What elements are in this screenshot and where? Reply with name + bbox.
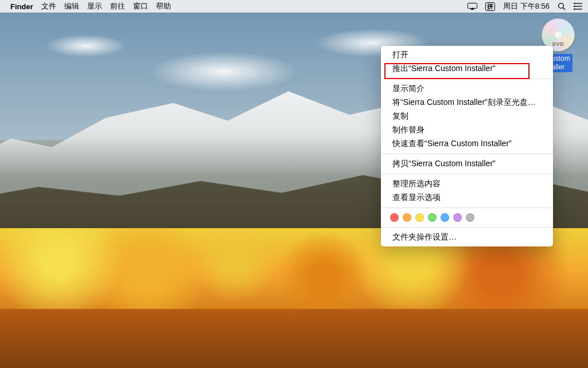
- ctx-get-info[interactable]: 显示简介: [381, 82, 553, 96]
- menubar: Finder 文件 编辑 显示 前往 窗口 帮助 拼 周日 下午8:56: [0, 0, 588, 13]
- wallpaper-cloud: [46, 34, 126, 57]
- menu-edit[interactable]: 编辑: [64, 1, 79, 11]
- context-menu: 打开 推出“Sierra Custom Installer” 显示简介 将“Si…: [381, 46, 553, 246]
- svg-line-2: [563, 7, 565, 10]
- tag-gray[interactable]: [466, 213, 474, 222]
- menu-window[interactable]: 窗口: [133, 1, 148, 11]
- ctx-open[interactable]: 打开: [381, 48, 553, 62]
- tag-orange[interactable]: [403, 213, 411, 222]
- tag-purple[interactable]: [453, 213, 462, 222]
- ctx-eject[interactable]: 推出“Sierra Custom Installer”: [381, 62, 553, 76]
- ctx-tag-colors: [381, 211, 553, 224]
- input-method-indicator[interactable]: 拼: [485, 2, 495, 11]
- svg-point-1: [559, 3, 564, 9]
- dvd-brand-label: DVD: [552, 41, 564, 47]
- ctx-quick-look[interactable]: 快速查看“Sierra Custom Installer”: [381, 137, 553, 151]
- tag-yellow[interactable]: [415, 213, 424, 222]
- notification-center-icon[interactable]: [574, 3, 582, 10]
- menu-file[interactable]: 文件: [41, 1, 56, 11]
- svg-point-6: [574, 3, 575, 4]
- context-menu-separator: [381, 79, 553, 79]
- context-menu-separator: [381, 227, 553, 228]
- ctx-duplicate[interactable]: 复制: [381, 109, 553, 123]
- ctx-burn[interactable]: 将“Sierra Custom Installer”刻录至光盘…: [381, 96, 553, 109]
- ctx-copy[interactable]: 拷贝“Sierra Custom Installer”: [381, 157, 553, 171]
- tag-blue[interactable]: [441, 213, 449, 222]
- ctx-make-alias[interactable]: 制作替身: [381, 123, 553, 137]
- svg-point-8: [574, 9, 575, 10]
- wallpaper-foreground: [0, 309, 588, 368]
- context-menu-separator: [381, 154, 553, 154]
- svg-point-7: [574, 6, 575, 7]
- ctx-view-options[interactable]: 查看显示选项: [381, 191, 553, 205]
- tag-green[interactable]: [428, 213, 437, 222]
- menubar-clock[interactable]: 周日 下午8:56: [503, 1, 550, 11]
- spotlight-icon[interactable]: [558, 2, 566, 10]
- ctx-folder-actions[interactable]: 文件夹操作设置…: [381, 230, 553, 244]
- tag-red[interactable]: [390, 213, 399, 222]
- context-menu-separator: [381, 208, 553, 208]
- airplay-icon[interactable]: [468, 3, 477, 10]
- ctx-clean-up[interactable]: 整理所选内容: [381, 177, 553, 191]
- context-menu-separator: [381, 174, 553, 174]
- menu-view[interactable]: 显示: [87, 1, 102, 11]
- desktop-wallpaper: Finder 文件 编辑 显示 前往 窗口 帮助 拼 周日 下午8:56 DVD…: [0, 0, 588, 368]
- wallpaper-cloud: [149, 52, 298, 92]
- menu-go[interactable]: 前往: [110, 1, 125, 11]
- app-menu[interactable]: Finder: [10, 2, 33, 11]
- menu-help[interactable]: 帮助: [156, 1, 171, 11]
